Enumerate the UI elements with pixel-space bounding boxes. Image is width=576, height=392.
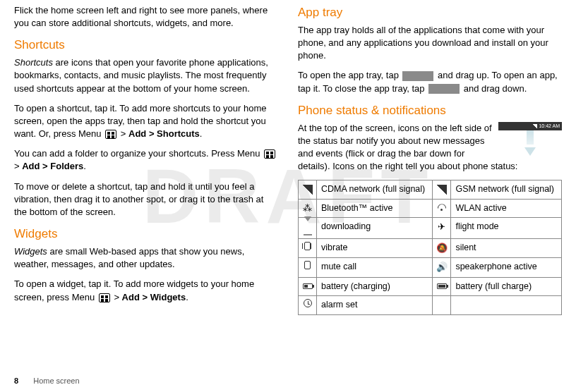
vibrate-icon: [304, 242, 311, 250]
tray-handle-icon: [402, 71, 433, 81]
status-bar-figure: 10:42 AM: [498, 122, 562, 156]
battery-charging-icon: [303, 283, 313, 289]
silent-icon: 🔕: [436, 243, 448, 253]
table-row: downloading✈flight mode: [299, 218, 562, 239]
status-icons-table: CDMA network (full signal)GSM network (f…: [298, 180, 562, 315]
icon-cell: [299, 238, 317, 258]
icon-desc: alarm set: [317, 296, 433, 315]
icon-cell: [299, 277, 317, 296]
icon-cell: [433, 180, 451, 200]
icon-cell: 🔊: [433, 258, 451, 278]
widgets-heading: Widgets: [14, 226, 278, 243]
section-name: Home screen: [33, 376, 79, 385]
drag-arrow-head: [524, 147, 536, 156]
right-column: App tray The app tray holds all of the a…: [298, 4, 562, 315]
signal-icon: [437, 185, 447, 195]
menu-icon: [99, 293, 110, 302]
icon-cell: ✈: [433, 218, 451, 239]
icon-desc: silent: [451, 238, 562, 258]
shortcuts-heading: Shortcuts: [14, 37, 278, 54]
icon-cell: [299, 296, 317, 315]
shortcuts-p4: To move or delete a shortcut, tap and ho…: [14, 180, 278, 219]
shortcuts-p1: Shortcuts are icons that open your favor…: [14, 56, 278, 95]
status-heading: Phone status & notifications: [298, 102, 562, 119]
tray-handle-icon: [428, 84, 460, 94]
signal-icon: [533, 124, 537, 128]
icon-desc: GSM network (full signal): [451, 180, 562, 200]
drag-arrow-tail: [527, 130, 534, 145]
icon-cell: [433, 277, 451, 296]
left-column: Flick the home screen left and right to …: [14, 4, 278, 315]
alarm-icon: [304, 299, 312, 307]
menu-icon: [105, 130, 116, 139]
apptray-p2: To open the app tray, tap and drag up. T…: [298, 69, 562, 94]
speaker-icon: 🔊: [436, 262, 448, 272]
icon-desc: downloading: [317, 218, 433, 239]
table-row: CDMA network (full signal)GSM network (f…: [299, 180, 562, 200]
icon-desc: vibrate: [317, 238, 433, 258]
table-row: alarm set: [299, 296, 562, 315]
page-number: 8: [14, 376, 18, 385]
status-bar: 10:42 AM: [498, 122, 562, 130]
table-row: mute call🔊speakerphone active: [299, 258, 562, 278]
clock-text: 10:42 AM: [539, 123, 560, 130]
wlan-icon: [438, 204, 446, 212]
icon-cell: [299, 218, 317, 239]
icon-desc: speakerphone active: [451, 258, 562, 278]
table-row: battery (charging)battery (full charge): [299, 277, 562, 296]
icon-desc: battery (charging): [317, 277, 433, 296]
bluetooth-icon: ⁂: [303, 202, 312, 213]
page-footer: 8 Home screen: [14, 376, 80, 386]
icon-desc: CDMA network (full signal): [317, 180, 433, 200]
widgets-p1: Widgets are small Web-based apps that sh…: [14, 245, 278, 271]
icon-desc: [451, 296, 562, 315]
battery-full-icon: [437, 283, 447, 289]
icon-cell: [433, 199, 451, 218]
icon-cell: [299, 258, 317, 278]
mute-icon: [304, 261, 311, 269]
icon-cell: [433, 296, 451, 315]
apptray-heading: App tray: [298, 4, 562, 21]
menu-icon: [264, 149, 275, 159]
intro-para: Flick the home screen left and right to …: [14, 4, 278, 30]
plane-icon: ✈: [438, 221, 445, 232]
download-icon: [304, 221, 312, 235]
icon-desc: mute call: [317, 258, 433, 278]
shortcuts-p3: You can add a folder to organize your sh…: [14, 147, 278, 173]
shortcuts-term: Shortcuts: [14, 57, 53, 68]
shortcuts-p2: To open a shortcut, tap it. To add more …: [14, 102, 278, 141]
icon-cell: [299, 180, 317, 200]
icon-desc: flight mode: [451, 218, 562, 239]
icon-desc: WLAN active: [451, 199, 562, 218]
signal-icon: [303, 185, 313, 195]
table-row: ⁂Bluetooth™ activeWLAN active: [299, 199, 562, 218]
apptray-p1: The app tray holds all of the applicatio…: [298, 24, 562, 63]
icon-desc: battery (full charge): [451, 277, 562, 296]
widgets-p2: To open a widget, tap it. To add more wi…: [14, 278, 278, 303]
table-row: vibrate🔕silent: [299, 238, 562, 258]
icon-desc: Bluetooth™ active: [317, 199, 433, 218]
icon-cell: 🔕: [433, 238, 451, 258]
icon-cell: ⁂: [299, 199, 317, 218]
widgets-term: Widgets: [14, 246, 47, 257]
